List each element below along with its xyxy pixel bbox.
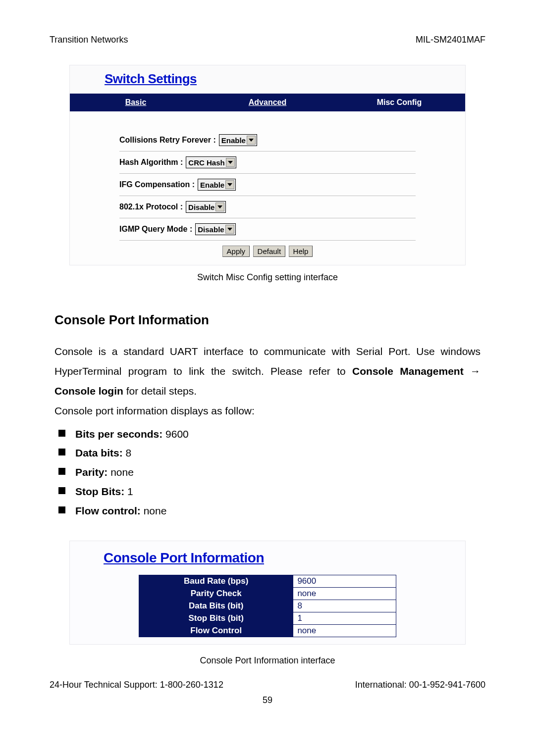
p802-value: Disable: [188, 203, 214, 211]
table-row: Baud Rate (bps)9600: [139, 575, 396, 587]
cell-val: 8: [293, 600, 396, 612]
table-row: Data Bits (bit)8: [139, 600, 396, 612]
arrow-icon: →: [470, 365, 481, 377]
li-label: Stop Bits:: [75, 486, 124, 497]
p802-select[interactable]: Disable: [186, 201, 226, 213]
console-paragraph-1: Console is a standard UART interface to …: [54, 342, 481, 401]
list-item: Bits per seconds: 9600: [54, 425, 481, 444]
p1b: Console Management: [352, 365, 470, 377]
table-row: Flow Controlnone: [139, 624, 396, 637]
cell-val: none: [293, 624, 396, 637]
table-row: Stop Bits (bit)1: [139, 612, 396, 624]
list-item: Flow control: none: [54, 502, 481, 521]
apply-button[interactable]: Apply: [222, 246, 250, 257]
chevron-down-icon: [225, 180, 234, 189]
tabs-bar: Basic Advanced Misc Config: [70, 94, 465, 111]
li-value: 9600: [162, 428, 189, 440]
list-item: Stop Bits: 1: [54, 482, 481, 502]
header-right: MIL-SM2401MAF: [416, 35, 485, 45]
cell-val: 1: [293, 612, 396, 624]
console-port-panel: Console Port Information Baud Rate (bps)…: [69, 541, 466, 645]
collisions-value: Enable: [221, 136, 246, 145]
console-port-title: Console Port Information: [70, 547, 465, 575]
cell-key: Baud Rate (bps): [139, 575, 293, 587]
li-label: Parity:: [75, 466, 107, 478]
switch-caption: Switch Misc Config setting interface: [50, 272, 485, 283]
hash-select[interactable]: CRC Hash: [186, 156, 236, 168]
footer-left: 24-Hour Technical Support: 1-800-260-131…: [50, 680, 223, 690]
ifg-value: Enable: [200, 181, 224, 189]
collisions-select[interactable]: Enable: [219, 134, 257, 146]
console-paragraph-2: Console port information displays as fol…: [54, 401, 481, 421]
li-value: 1: [124, 486, 133, 497]
switch-settings-title: Switch Settings: [70, 65, 465, 94]
console-heading: Console Port Information: [54, 312, 481, 328]
list-item: Data bits: 8: [54, 444, 481, 463]
li-value: 8: [123, 447, 132, 458]
button-row: Apply Default Help: [70, 241, 465, 258]
cell-key: Data Bits (bit): [139, 600, 293, 612]
p1c: Console login: [54, 385, 123, 397]
cell-key: Parity Check: [139, 587, 293, 600]
igmp-select[interactable]: Disable: [195, 223, 235, 235]
footer-right: International: 00-1-952-941-7600: [355, 680, 485, 690]
row-hash: Hash Algorithm : CRC Hash: [119, 151, 416, 174]
cell-key: Flow Control: [139, 624, 293, 637]
row-8021x: 802.1x Protocol : Disable: [119, 196, 416, 218]
page: Transition Networks MIL-SM2401MAF Switch…: [0, 0, 535, 725]
console-caption: Console Port Information interface: [50, 655, 485, 666]
p802-label: 802.1x Protocol :: [119, 202, 183, 211]
ifg-label: IFG Compensation :: [119, 180, 195, 189]
tab-basic[interactable]: Basic: [70, 98, 202, 107]
chevron-down-icon: [247, 136, 256, 145]
hash-value: CRC Hash: [188, 158, 224, 167]
cell-key: Stop Bits (bit): [139, 612, 293, 624]
igmp-value: Disable: [198, 225, 224, 234]
cell-val: 9600: [293, 575, 396, 587]
switch-settings-panel: Switch Settings Basic Advanced Misc Conf…: [69, 65, 466, 265]
chevron-down-icon: [226, 158, 235, 167]
form-area: Collisions Retry Forever : Enable Hash A…: [70, 111, 465, 265]
li-label: Flow control:: [75, 505, 141, 516]
help-button[interactable]: Help: [289, 246, 313, 257]
tab-misc-config[interactable]: Misc Config: [333, 98, 465, 107]
console-list: Bits per seconds: 9600 Data bits: 8 Pari…: [54, 425, 481, 521]
console-port-table: Baud Rate (bps)9600 Parity Checknone Dat…: [139, 575, 396, 637]
hash-label: Hash Algorithm :: [119, 158, 183, 167]
default-button[interactable]: Default: [253, 246, 286, 257]
li-label: Bits per seconds:: [75, 428, 162, 440]
chevron-down-icon: [215, 202, 224, 211]
page-number: 59: [50, 695, 485, 706]
row-ifg: IFG Compensation : Enable: [119, 174, 416, 196]
list-item: Parity: none: [54, 463, 481, 482]
tab-advanced[interactable]: Advanced: [202, 98, 333, 107]
p1d: for detail steps.: [123, 385, 197, 397]
row-igmp: IGMP Query Mode : Disable: [119, 218, 416, 241]
table-row: Parity Checknone: [139, 587, 396, 600]
cell-val: none: [293, 587, 396, 600]
li-value: none: [107, 466, 134, 478]
page-footer: 24-Hour Technical Support: 1-800-260-131…: [50, 680, 485, 690]
igmp-label: IGMP Query Mode :: [119, 225, 192, 234]
chevron-down-icon: [225, 225, 234, 234]
collisions-label: Collisions Retry Forever :: [119, 136, 216, 145]
row-collisions: Collisions Retry Forever : Enable: [119, 129, 416, 151]
ifg-select[interactable]: Enable: [198, 179, 236, 191]
page-header: Transition Networks MIL-SM2401MAF: [50, 35, 485, 45]
li-value: none: [141, 505, 167, 516]
header-left: Transition Networks: [50, 35, 128, 45]
li-label: Data bits:: [75, 447, 123, 458]
